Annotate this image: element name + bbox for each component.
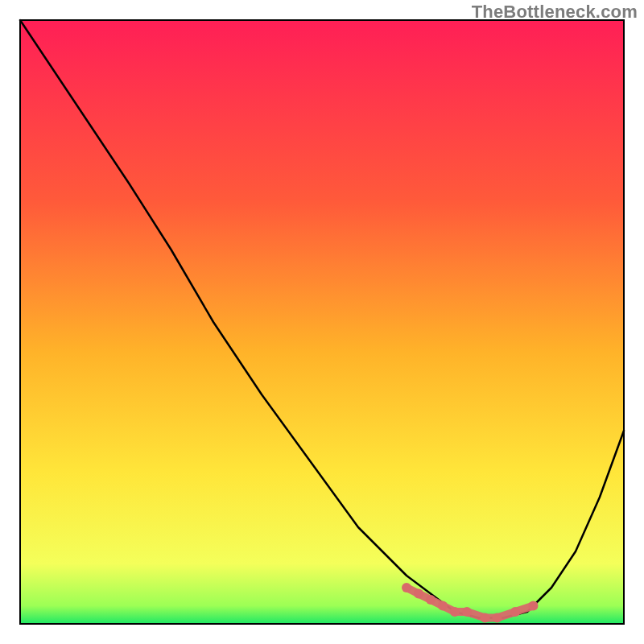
watermark-text: TheBottleneck.com [472,2,638,23]
marker-dot [438,601,448,611]
marker-dot [450,607,460,617]
marker-dot [510,607,520,617]
marker-dot [414,589,423,599]
marker-dot [462,607,472,617]
marker-dot [426,595,436,605]
chart-container: TheBottleneck.com [0,0,644,644]
chart-svg [0,0,644,644]
marker-dot [402,583,411,592]
marker-dot [529,601,539,611]
marker-dot [481,613,490,623]
gradient-background [20,20,624,624]
marker-dot [493,613,502,623]
